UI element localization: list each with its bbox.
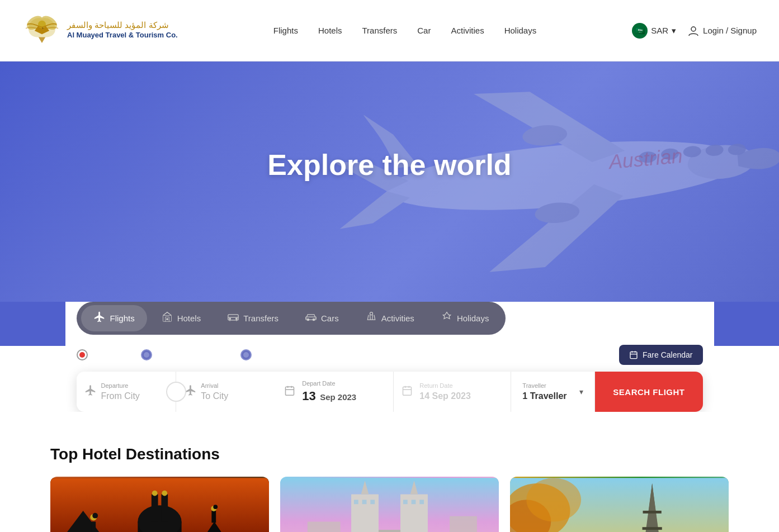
tab-cars[interactable]: Cars [293, 305, 351, 331]
user-icon [687, 25, 700, 37]
search-row: Departure From City Arrival To City [77, 372, 703, 412]
svg-point-30 [92, 513, 98, 519]
saudi-flag: 🇸🇦 [632, 23, 648, 39]
svg-point-20 [370, 312, 372, 315]
search-flight-button[interactable]: SEARCH FLIGHT [595, 372, 702, 412]
below-hero: Top Hotel Destinations [0, 412, 779, 532]
svg-rect-53 [362, 500, 367, 504]
return-date-field[interactable]: Return Date 14 Sep 2023 [394, 372, 511, 412]
one-way-option[interactable]: One way [77, 349, 125, 360]
tab-hotels[interactable]: Hotels [149, 305, 214, 331]
destination-cards [0, 477, 779, 532]
search-flight-label: SEARCH FLIGHT [613, 387, 684, 397]
depart-date-field[interactable]: Depart Date 13 Sep 2023 [276, 372, 394, 412]
svg-point-15 [229, 318, 231, 320]
arrival-field[interactable]: Arrival To City [176, 372, 276, 412]
calendar-icon [629, 350, 638, 359]
nav-car[interactable]: Car [417, 26, 431, 35]
currency-selector[interactable]: 🇸🇦 SAR ▾ [632, 23, 676, 39]
traveller-field[interactable]: Traveller 1 Traveller ▾ [511, 372, 595, 412]
svg-point-16 [236, 318, 238, 320]
multicity-option[interactable]: Multi-city [240, 349, 289, 360]
hero-section: Austrian Explore the world [0, 61, 779, 302]
nav-flights[interactable]: Flights [273, 26, 298, 35]
svg-rect-67 [643, 511, 662, 514]
search-tabs: Flights Hotels Transfers Cars [77, 302, 506, 335]
svg-rect-58 [308, 521, 341, 532]
svg-rect-22 [286, 387, 294, 395]
one-way-radio [77, 349, 88, 360]
login-button[interactable]: Login / Signup [687, 25, 757, 37]
tab-flights[interactable]: Flights [81, 305, 147, 331]
arrival-value: To City [201, 391, 265, 401]
tab-flights-label: Flights [110, 314, 135, 323]
svg-rect-28 [91, 521, 96, 532]
return-date-label: Return Date [419, 382, 499, 389]
svg-point-41 [213, 505, 218, 509]
search-area: Flights Hotels Transfers Cars [65, 302, 714, 412]
logo-english-text: Al Muayed Travel & Tourism Co. [67, 30, 178, 40]
svg-rect-34 [161, 495, 168, 522]
svg-point-35 [152, 491, 158, 496]
svg-rect-56 [412, 500, 416, 504]
svg-rect-54 [370, 500, 375, 504]
one-way-radio-dot [79, 352, 85, 358]
tab-hotels-label: Hotels [177, 314, 201, 323]
svg-rect-55 [403, 500, 408, 504]
depart-day: 13 [302, 389, 315, 403]
logo-arabic-text: شركة المؤيد للسياحة والسفر [67, 20, 178, 30]
svg-rect-68 [643, 527, 662, 530]
trip-options: One way Roundtrip / Return Multi-city [77, 349, 290, 360]
mosque-image [50, 477, 269, 532]
activities-tab-icon [366, 311, 377, 325]
arrival-field-wrap: Arrival To City [176, 372, 276, 412]
destination-card-1[interactable] [50, 477, 269, 532]
nav-transfers[interactable]: Transfers [362, 26, 397, 35]
multicity-radio-dot [243, 352, 249, 358]
hotel-section-title: Top Hotel Destinations [0, 445, 779, 477]
tab-activities[interactable]: Activities [353, 305, 427, 331]
hero-plane: Austrian [276, 61, 779, 302]
fare-calendar-button[interactable]: Fare Calendar [619, 345, 703, 365]
svg-point-64 [526, 478, 581, 521]
logo-icon [22, 11, 62, 50]
depart-date-value: 13 Sep 2023 [302, 389, 382, 403]
nav-links: Flights Hotels Transfers Car Activities … [273, 26, 536, 35]
logo[interactable]: شركة المؤيد للسياحة والسفر Al Muayed Tra… [22, 11, 178, 50]
svg-rect-52 [354, 500, 358, 504]
trip-type-row: One way Roundtrip / Return Multi-city [77, 335, 703, 372]
nav-hotels[interactable]: Hotels [318, 26, 342, 35]
traveller-info: Traveller 1 Traveller [522, 382, 566, 401]
currency-label: SAR [651, 26, 668, 35]
holidays-tab-icon [441, 311, 452, 325]
svg-rect-13 [166, 319, 168, 320]
svg-rect-39 [211, 511, 216, 523]
hero-title: Explore the world [267, 148, 511, 182]
swap-button[interactable] [166, 382, 186, 402]
departure-field-wrap: Departure From City [77, 372, 177, 412]
navbar: شركة المؤيد للسياحة والسفر Al Muayed Tra… [0, 0, 779, 61]
swap-icon [171, 387, 181, 397]
departure-field[interactable]: Departure From City [77, 372, 177, 412]
cars-tab-icon [305, 311, 317, 325]
roundtrip-option[interactable]: Roundtrip / Return [141, 349, 225, 360]
nav-activities[interactable]: Activities [451, 26, 484, 35]
one-way-label: One way [92, 350, 125, 360]
svg-rect-59 [450, 516, 477, 532]
tab-holidays[interactable]: Holidays [429, 305, 502, 331]
svg-point-19 [313, 319, 314, 320]
towers-image [280, 477, 499, 532]
depart-calendar-icon [284, 385, 295, 398]
svg-point-1 [691, 27, 696, 31]
multicity-radio [240, 349, 252, 360]
destination-card-3[interactable] [510, 477, 729, 532]
tab-transfers-label: Transfers [243, 314, 278, 323]
login-label: Login / Signup [703, 26, 757, 35]
nav-holidays[interactable]: Holidays [504, 26, 537, 35]
traveller-chevron-icon: ▾ [579, 387, 583, 396]
tab-transfers[interactable]: Transfers [215, 305, 291, 331]
destination-card-2[interactable] [280, 477, 499, 532]
depart-month-year: Sep 2023 [320, 392, 356, 402]
roundtrip-radio-dot [144, 352, 149, 358]
departure-plane-icon [84, 384, 97, 400]
